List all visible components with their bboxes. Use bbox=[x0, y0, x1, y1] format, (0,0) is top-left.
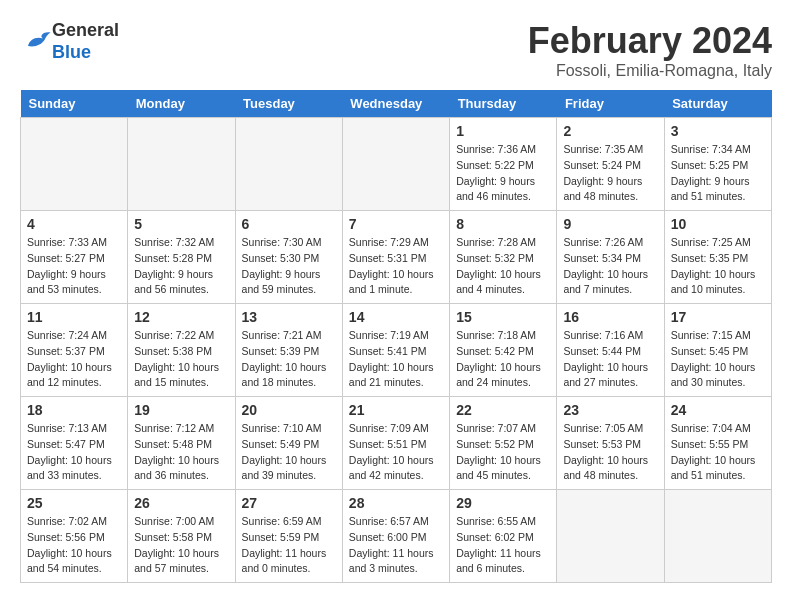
day-info: Sunrise: 7:30 AM Sunset: 5:30 PM Dayligh… bbox=[242, 235, 336, 298]
day-number: 17 bbox=[671, 309, 765, 325]
day-info: Sunrise: 7:32 AM Sunset: 5:28 PM Dayligh… bbox=[134, 235, 228, 298]
calendar-week-row: 18Sunrise: 7:13 AM Sunset: 5:47 PM Dayli… bbox=[21, 397, 772, 490]
calendar-cell: 4Sunrise: 7:33 AM Sunset: 5:27 PM Daylig… bbox=[21, 211, 128, 304]
column-header-tuesday: Tuesday bbox=[235, 90, 342, 118]
column-header-sunday: Sunday bbox=[21, 90, 128, 118]
day-info: Sunrise: 6:55 AM Sunset: 6:02 PM Dayligh… bbox=[456, 514, 550, 577]
day-info: Sunrise: 7:26 AM Sunset: 5:34 PM Dayligh… bbox=[563, 235, 657, 298]
calendar-cell: 29Sunrise: 6:55 AM Sunset: 6:02 PM Dayli… bbox=[450, 490, 557, 583]
calendar-cell: 5Sunrise: 7:32 AM Sunset: 5:28 PM Daylig… bbox=[128, 211, 235, 304]
calendar-cell: 3Sunrise: 7:34 AM Sunset: 5:25 PM Daylig… bbox=[664, 118, 771, 211]
day-info: Sunrise: 7:25 AM Sunset: 5:35 PM Dayligh… bbox=[671, 235, 765, 298]
day-number: 8 bbox=[456, 216, 550, 232]
logo-bird-icon bbox=[22, 25, 52, 55]
calendar-cell: 23Sunrise: 7:05 AM Sunset: 5:53 PM Dayli… bbox=[557, 397, 664, 490]
day-number: 1 bbox=[456, 123, 550, 139]
calendar-cell: 1Sunrise: 7:36 AM Sunset: 5:22 PM Daylig… bbox=[450, 118, 557, 211]
month-title: February 2024 bbox=[528, 20, 772, 62]
day-info: Sunrise: 7:22 AM Sunset: 5:38 PM Dayligh… bbox=[134, 328, 228, 391]
day-number: 2 bbox=[563, 123, 657, 139]
day-number: 13 bbox=[242, 309, 336, 325]
calendar-cell: 13Sunrise: 7:21 AM Sunset: 5:39 PM Dayli… bbox=[235, 304, 342, 397]
day-number: 14 bbox=[349, 309, 443, 325]
calendar-week-row: 1Sunrise: 7:36 AM Sunset: 5:22 PM Daylig… bbox=[21, 118, 772, 211]
day-info: Sunrise: 7:34 AM Sunset: 5:25 PM Dayligh… bbox=[671, 142, 765, 205]
day-info: Sunrise: 7:29 AM Sunset: 5:31 PM Dayligh… bbox=[349, 235, 443, 298]
calendar-week-row: 25Sunrise: 7:02 AM Sunset: 5:56 PM Dayli… bbox=[21, 490, 772, 583]
day-number: 28 bbox=[349, 495, 443, 511]
calendar-cell: 17Sunrise: 7:15 AM Sunset: 5:45 PM Dayli… bbox=[664, 304, 771, 397]
calendar-cell: 11Sunrise: 7:24 AM Sunset: 5:37 PM Dayli… bbox=[21, 304, 128, 397]
calendar-cell: 14Sunrise: 7:19 AM Sunset: 5:41 PM Dayli… bbox=[342, 304, 449, 397]
day-number: 5 bbox=[134, 216, 228, 232]
day-number: 9 bbox=[563, 216, 657, 232]
day-number: 26 bbox=[134, 495, 228, 511]
calendar-cell: 28Sunrise: 6:57 AM Sunset: 6:00 PM Dayli… bbox=[342, 490, 449, 583]
calendar-cell bbox=[128, 118, 235, 211]
calendar-cell: 18Sunrise: 7:13 AM Sunset: 5:47 PM Dayli… bbox=[21, 397, 128, 490]
day-info: Sunrise: 7:33 AM Sunset: 5:27 PM Dayligh… bbox=[27, 235, 121, 298]
day-info: Sunrise: 7:05 AM Sunset: 5:53 PM Dayligh… bbox=[563, 421, 657, 484]
day-info: Sunrise: 7:36 AM Sunset: 5:22 PM Dayligh… bbox=[456, 142, 550, 205]
day-info: Sunrise: 7:16 AM Sunset: 5:44 PM Dayligh… bbox=[563, 328, 657, 391]
calendar-week-row: 4Sunrise: 7:33 AM Sunset: 5:27 PM Daylig… bbox=[21, 211, 772, 304]
day-info: Sunrise: 7:00 AM Sunset: 5:58 PM Dayligh… bbox=[134, 514, 228, 577]
day-info: Sunrise: 7:10 AM Sunset: 5:49 PM Dayligh… bbox=[242, 421, 336, 484]
day-number: 6 bbox=[242, 216, 336, 232]
calendar-cell: 6Sunrise: 7:30 AM Sunset: 5:30 PM Daylig… bbox=[235, 211, 342, 304]
day-number: 25 bbox=[27, 495, 121, 511]
calendar-cell bbox=[342, 118, 449, 211]
day-info: Sunrise: 7:09 AM Sunset: 5:51 PM Dayligh… bbox=[349, 421, 443, 484]
day-info: Sunrise: 7:04 AM Sunset: 5:55 PM Dayligh… bbox=[671, 421, 765, 484]
day-number: 11 bbox=[27, 309, 121, 325]
logo-general-text: General bbox=[52, 20, 119, 40]
calendar-week-row: 11Sunrise: 7:24 AM Sunset: 5:37 PM Dayli… bbox=[21, 304, 772, 397]
calendar-cell: 8Sunrise: 7:28 AM Sunset: 5:32 PM Daylig… bbox=[450, 211, 557, 304]
logo: General Blue bbox=[20, 20, 119, 63]
day-number: 12 bbox=[134, 309, 228, 325]
column-header-friday: Friday bbox=[557, 90, 664, 118]
day-info: Sunrise: 7:21 AM Sunset: 5:39 PM Dayligh… bbox=[242, 328, 336, 391]
calendar-cell: 2Sunrise: 7:35 AM Sunset: 5:24 PM Daylig… bbox=[557, 118, 664, 211]
day-number: 3 bbox=[671, 123, 765, 139]
day-number: 15 bbox=[456, 309, 550, 325]
page-header: General Blue February 2024 Fossoli, Emil… bbox=[20, 20, 772, 80]
calendar-cell bbox=[235, 118, 342, 211]
calendar-cell: 7Sunrise: 7:29 AM Sunset: 5:31 PM Daylig… bbox=[342, 211, 449, 304]
day-info: Sunrise: 7:35 AM Sunset: 5:24 PM Dayligh… bbox=[563, 142, 657, 205]
header-row: SundayMondayTuesdayWednesdayThursdayFrid… bbox=[21, 90, 772, 118]
calendar-cell: 19Sunrise: 7:12 AM Sunset: 5:48 PM Dayli… bbox=[128, 397, 235, 490]
day-number: 19 bbox=[134, 402, 228, 418]
day-number: 10 bbox=[671, 216, 765, 232]
day-info: Sunrise: 7:18 AM Sunset: 5:42 PM Dayligh… bbox=[456, 328, 550, 391]
day-info: Sunrise: 6:57 AM Sunset: 6:00 PM Dayligh… bbox=[349, 514, 443, 577]
day-number: 23 bbox=[563, 402, 657, 418]
calendar-cell: 25Sunrise: 7:02 AM Sunset: 5:56 PM Dayli… bbox=[21, 490, 128, 583]
column-header-thursday: Thursday bbox=[450, 90, 557, 118]
column-header-monday: Monday bbox=[128, 90, 235, 118]
day-number: 22 bbox=[456, 402, 550, 418]
location-title: Fossoli, Emilia-Romagna, Italy bbox=[528, 62, 772, 80]
calendar-cell: 16Sunrise: 7:16 AM Sunset: 5:44 PM Dayli… bbox=[557, 304, 664, 397]
day-info: Sunrise: 7:19 AM Sunset: 5:41 PM Dayligh… bbox=[349, 328, 443, 391]
day-info: Sunrise: 7:07 AM Sunset: 5:52 PM Dayligh… bbox=[456, 421, 550, 484]
calendar-cell: 10Sunrise: 7:25 AM Sunset: 5:35 PM Dayli… bbox=[664, 211, 771, 304]
day-number: 16 bbox=[563, 309, 657, 325]
day-info: Sunrise: 6:59 AM Sunset: 5:59 PM Dayligh… bbox=[242, 514, 336, 577]
calendar-cell: 9Sunrise: 7:26 AM Sunset: 5:34 PM Daylig… bbox=[557, 211, 664, 304]
calendar-cell: 15Sunrise: 7:18 AM Sunset: 5:42 PM Dayli… bbox=[450, 304, 557, 397]
column-header-wednesday: Wednesday bbox=[342, 90, 449, 118]
day-number: 24 bbox=[671, 402, 765, 418]
calendar-cell: 24Sunrise: 7:04 AM Sunset: 5:55 PM Dayli… bbox=[664, 397, 771, 490]
day-info: Sunrise: 7:24 AM Sunset: 5:37 PM Dayligh… bbox=[27, 328, 121, 391]
day-info: Sunrise: 7:12 AM Sunset: 5:48 PM Dayligh… bbox=[134, 421, 228, 484]
calendar-cell: 21Sunrise: 7:09 AM Sunset: 5:51 PM Dayli… bbox=[342, 397, 449, 490]
calendar-cell: 22Sunrise: 7:07 AM Sunset: 5:52 PM Dayli… bbox=[450, 397, 557, 490]
calendar-cell bbox=[557, 490, 664, 583]
day-info: Sunrise: 7:15 AM Sunset: 5:45 PM Dayligh… bbox=[671, 328, 765, 391]
day-info: Sunrise: 7:02 AM Sunset: 5:56 PM Dayligh… bbox=[27, 514, 121, 577]
logo-blue-text: Blue bbox=[52, 42, 91, 62]
calendar-table: SundayMondayTuesdayWednesdayThursdayFrid… bbox=[20, 90, 772, 583]
calendar-cell bbox=[664, 490, 771, 583]
day-number: 18 bbox=[27, 402, 121, 418]
